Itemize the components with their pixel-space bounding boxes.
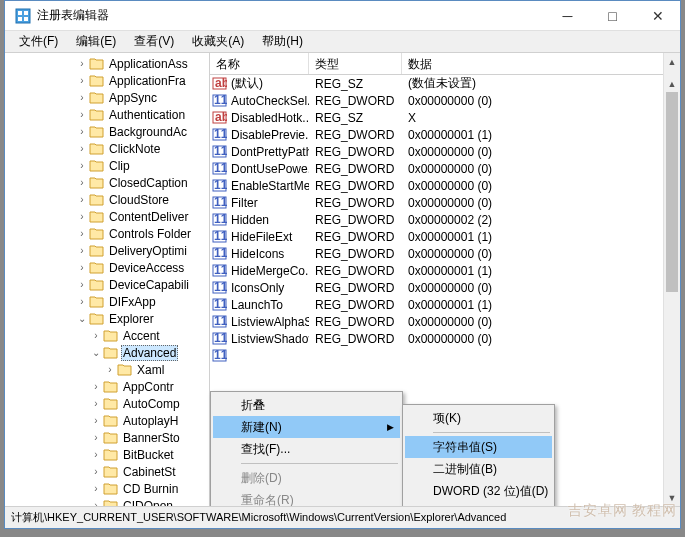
tree-item[interactable]: ›CD Burnin (5, 480, 209, 497)
tree-item[interactable]: ›CloudStore (5, 191, 209, 208)
expand-closed-icon[interactable]: › (75, 160, 89, 171)
list-row[interactable]: 110IconsOnlyREG_DWORD0x00000000 (0) (210, 279, 680, 296)
maximize-button[interactable]: □ (590, 1, 635, 31)
tree-item[interactable]: ›Accent (5, 327, 209, 344)
expand-closed-icon[interactable]: › (89, 449, 103, 460)
expand-closed-icon[interactable]: › (89, 483, 103, 494)
list-row[interactable]: abDisabledHotk...REG_SZX (210, 109, 680, 126)
list-row[interactable]: 110AutoCheckSel...REG_DWORD0x00000000 (0… (210, 92, 680, 109)
tree-item[interactable]: ›ApplicationFra (5, 72, 209, 89)
expand-closed-icon[interactable]: › (89, 466, 103, 477)
expand-closed-icon[interactable]: › (75, 194, 89, 205)
tree-item[interactable]: ›AutoComp (5, 395, 209, 412)
expand-open-icon[interactable]: ⌄ (89, 347, 103, 358)
col-data[interactable]: 数据 (402, 53, 680, 74)
tree-item[interactable]: ›ClickNote (5, 140, 209, 157)
list-row[interactable]: 110DontPrettyPathREG_DWORD0x00000000 (0) (210, 143, 680, 160)
context-menu[interactable]: 折叠新建(N)▶查找(F)...删除(D)重命名(R)导出(E)权限(P)...… (210, 391, 403, 506)
menu-item[interactable]: QWORD (64 位)值(Q) (405, 502, 552, 506)
expand-closed-icon[interactable]: › (75, 296, 89, 307)
expand-closed-icon[interactable]: › (89, 381, 103, 392)
expand-closed-icon[interactable]: › (75, 92, 89, 103)
list-row[interactable]: 110HideMergeCo...REG_DWORD0x00000001 (1) (210, 262, 680, 279)
list-row[interactable]: 110HideIconsREG_DWORD0x00000000 (0) (210, 245, 680, 262)
tree-item[interactable]: ›BackgroundAc (5, 123, 209, 140)
close-button[interactable]: ✕ (635, 1, 680, 31)
menu-item[interactable]: 字符串值(S) (405, 436, 552, 458)
list-row[interactable]: 110ListviewAlphaS...REG_DWORD0x00000000 … (210, 313, 680, 330)
tree-item[interactable]: ›DIFxApp (5, 293, 209, 310)
expand-closed-icon[interactable]: › (75, 126, 89, 137)
menu-item[interactable]: 新建(N)▶ (213, 416, 400, 438)
titlebar[interactable]: 注册表编辑器 ─ □ ✕ (5, 1, 680, 31)
list-row[interactable]: ab(默认)REG_SZ(数值未设置) (210, 75, 680, 92)
menu-item[interactable]: 帮助(H) (254, 31, 311, 52)
expand-open-icon[interactable]: ⌄ (75, 313, 89, 324)
menu-item[interactable]: 折叠 (213, 394, 400, 416)
list-row[interactable]: 110LaunchToREG_DWORD0x00000001 (1) (210, 296, 680, 313)
list-row[interactable]: 110 (210, 347, 680, 364)
menu-item[interactable]: 二进制值(B) (405, 458, 552, 480)
scroll-thumb[interactable] (666, 92, 678, 292)
tree-item[interactable]: ›BitBucket (5, 446, 209, 463)
expand-closed-icon[interactable]: › (75, 58, 89, 69)
tree-item[interactable]: ›DeviceCapabili (5, 276, 209, 293)
list-row[interactable]: 110DontUsePowe...REG_DWORD0x00000000 (0) (210, 160, 680, 177)
expand-closed-icon[interactable]: › (89, 500, 103, 506)
tree-item[interactable]: ›CIDOpen (5, 497, 209, 506)
list-row[interactable]: 110HiddenREG_DWORD0x00000002 (2) (210, 211, 680, 228)
menu-item[interactable]: 项(K) (405, 407, 552, 429)
tree-item[interactable]: ›AppSync (5, 89, 209, 106)
expand-closed-icon[interactable]: › (75, 279, 89, 290)
expand-closed-icon[interactable]: › (75, 262, 89, 273)
expand-closed-icon[interactable]: › (75, 75, 89, 86)
expand-closed-icon[interactable]: › (75, 228, 89, 239)
submenu-new[interactable]: 项(K)字符串值(S)二进制值(B)DWORD (32 位)值(D)QWORD … (402, 404, 555, 506)
list-row[interactable]: 110ListviewShadowREG_DWORD0x00000000 (0) (210, 330, 680, 347)
expand-closed-icon[interactable]: › (75, 211, 89, 222)
tree-item[interactable]: ⌄Advanced (5, 344, 209, 361)
menu-item[interactable]: 文件(F) (11, 31, 66, 52)
list-row[interactable]: 110DisablePrevie...REG_DWORD0x00000001 (… (210, 126, 680, 143)
menu-item[interactable]: 查看(V) (126, 31, 182, 52)
tree-item[interactable]: ›Xaml (5, 361, 209, 378)
tree-item[interactable]: ›Clip (5, 157, 209, 174)
expand-closed-icon[interactable]: › (89, 415, 103, 426)
menu-item[interactable]: 收藏夹(A) (184, 31, 252, 52)
tree-item[interactable]: ›AutoplayH (5, 412, 209, 429)
expand-closed-icon[interactable]: › (103, 364, 117, 375)
expand-closed-icon[interactable]: › (89, 398, 103, 409)
tree-item[interactable]: ›ClosedCaption (5, 174, 209, 191)
col-name[interactable]: 名称 (210, 53, 309, 74)
menu-item[interactable]: DWORD (32 位)值(D) (405, 480, 552, 502)
list-scrollbar[interactable]: ▲ ▼ (663, 75, 680, 506)
list-row[interactable]: 110HideFileExtREG_DWORD0x00000001 (1) (210, 228, 680, 245)
expand-closed-icon[interactable]: › (75, 109, 89, 120)
expand-closed-icon[interactable]: › (75, 177, 89, 188)
tree-item[interactable]: ›ContentDeliver (5, 208, 209, 225)
list-row[interactable]: 110EnableStartMe...REG_DWORD0x00000000 (… (210, 177, 680, 194)
minimize-button[interactable]: ─ (545, 1, 590, 31)
tree-item[interactable]: ›DeviceAccess (5, 259, 209, 276)
menu-item[interactable]: 编辑(E) (68, 31, 124, 52)
tree-item[interactable]: ›DeliveryOptimi (5, 242, 209, 259)
list-row[interactable] (210, 364, 680, 381)
list-header[interactable]: 名称 类型 数据 (210, 53, 680, 75)
list-row[interactable]: 110FilterREG_DWORD0x00000000 (0) (210, 194, 680, 211)
expand-closed-icon[interactable]: › (89, 330, 103, 341)
expand-closed-icon[interactable]: › (75, 143, 89, 154)
tree-item[interactable]: ›CabinetSt (5, 463, 209, 480)
scroll-up-icon[interactable]: ▲ (664, 75, 680, 92)
tree-item[interactable]: ›ApplicationAss (5, 55, 209, 72)
expand-closed-icon[interactable]: › (75, 245, 89, 256)
expand-closed-icon[interactable]: › (89, 432, 103, 443)
tree-item[interactable]: ›Authentication (5, 106, 209, 123)
col-type[interactable]: 类型 (309, 53, 402, 74)
tree-panel[interactable]: ›ApplicationAss›ApplicationFra›AppSync›A… (5, 53, 210, 506)
tree-item[interactable]: ›BannerSto (5, 429, 209, 446)
tree-item[interactable]: ⌄Explorer (5, 310, 209, 327)
menu-item[interactable]: 查找(F)... (213, 438, 400, 460)
tree-item[interactable]: ›AppContr (5, 378, 209, 395)
value-type: REG_DWORD (309, 94, 402, 108)
tree-item[interactable]: ›Controls Folder (5, 225, 209, 242)
